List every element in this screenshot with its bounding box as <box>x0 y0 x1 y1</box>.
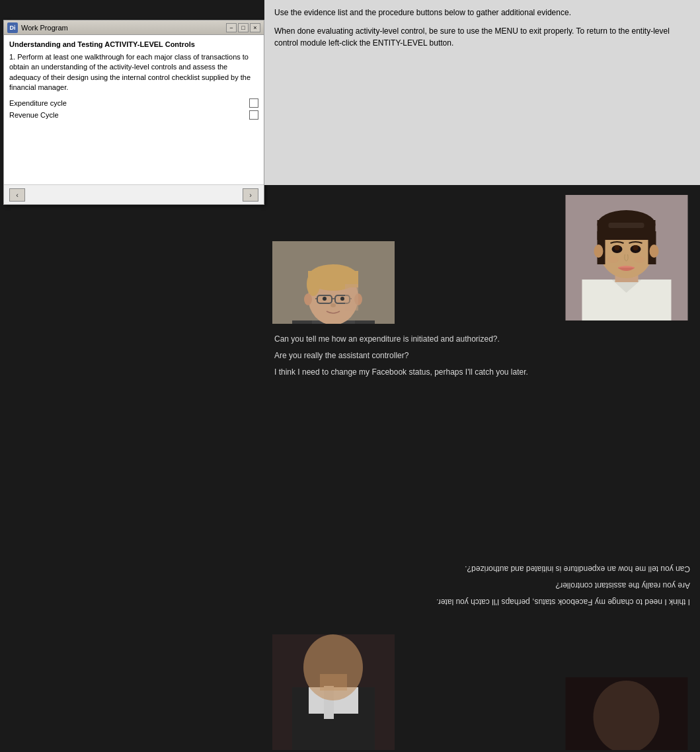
svg-point-17 <box>331 303 336 307</box>
revenue-cycle-row: Revenue Cycle <box>9 110 258 120</box>
svg-rect-30 <box>609 223 644 228</box>
svg-point-37 <box>608 256 619 263</box>
window-subtitle: Understanding and Testing ACTIVITY-LEVEL… <box>9 40 258 48</box>
instruction-line2: When done evaluating activity-level cont… <box>274 25 690 49</box>
svg-point-18 <box>304 293 312 305</box>
svg-point-38 <box>635 256 645 263</box>
mirrored-line2: Are you really the assistant controller? <box>274 580 690 591</box>
svg-point-15 <box>323 297 327 301</box>
svg-point-33 <box>615 245 620 250</box>
window-titlebar: Di Work Program − □ × <box>4 20 264 35</box>
svg-point-16 <box>340 297 344 301</box>
svg-point-9 <box>307 272 320 296</box>
svg-rect-20 <box>345 284 358 311</box>
svg-point-36 <box>650 244 659 258</box>
window-content: Understanding and Testing ACTIVITY-LEVEL… <box>4 35 264 184</box>
procedure-body: Perform at least one walkthrough for eac… <box>9 53 251 91</box>
close-button[interactable]: × <box>250 23 260 32</box>
instruction-panel: Use the evidence list and the procedure … <box>264 0 700 185</box>
expenditure-cycle-checkbox[interactable] <box>249 98 258 108</box>
procedure-number: 1. <box>9 53 15 61</box>
character-right-image <box>557 195 697 320</box>
work-program-window: Di Work Program − □ × Understanding and … <box>3 20 264 205</box>
dialogue-line2: Are you really the assistant controller? <box>274 350 690 361</box>
instruction-line1: Use the evidence list and the procedure … <box>274 7 690 19</box>
bottom-char-left-container <box>272 634 395 750</box>
maximize-button[interactable]: □ <box>238 23 249 32</box>
procedure-text: 1. Perform at least one walkthrough for … <box>9 52 258 93</box>
window-footer: ‹ › <box>4 184 264 204</box>
mirrored-dialogue-area: I think I need to change my Facebook sta… <box>264 548 700 617</box>
dialogue-area: Can you tell me how an expenditure is in… <box>264 324 700 393</box>
expenditure-cycle-row: Expenditure cycle <box>9 98 258 108</box>
prev-button[interactable]: ‹ <box>9 188 25 202</box>
mirrored-line1: I think I need to change my Facebook sta… <box>274 597 690 608</box>
dialogue-line3: I think I need to change my Facebook sta… <box>274 367 690 378</box>
next-button[interactable]: › <box>243 188 258 202</box>
revenue-cycle-checkbox[interactable] <box>249 110 258 120</box>
bottom-char-right-container <box>557 677 697 750</box>
expenditure-cycle-label: Expenditure cycle <box>9 99 67 107</box>
window-icon: Di <box>7 22 18 33</box>
svg-point-44 <box>303 634 363 700</box>
mirrored-line3: Can you tell me how an expenditure is in… <box>274 564 690 575</box>
svg-point-34 <box>633 245 639 250</box>
character-right-container <box>557 195 697 320</box>
bottom-char-left-image <box>272 634 395 750</box>
svg-point-35 <box>594 244 603 258</box>
window-title: Work Program <box>21 24 226 32</box>
bottom-char-right-image <box>557 677 697 750</box>
svg-point-46 <box>594 681 660 750</box>
dialogue-line1: Can you tell me how an expenditure is in… <box>274 334 690 345</box>
revenue-cycle-label: Revenue Cycle <box>9 111 59 119</box>
minimize-button[interactable]: − <box>226 23 237 32</box>
window-controls: − □ × <box>226 23 260 32</box>
